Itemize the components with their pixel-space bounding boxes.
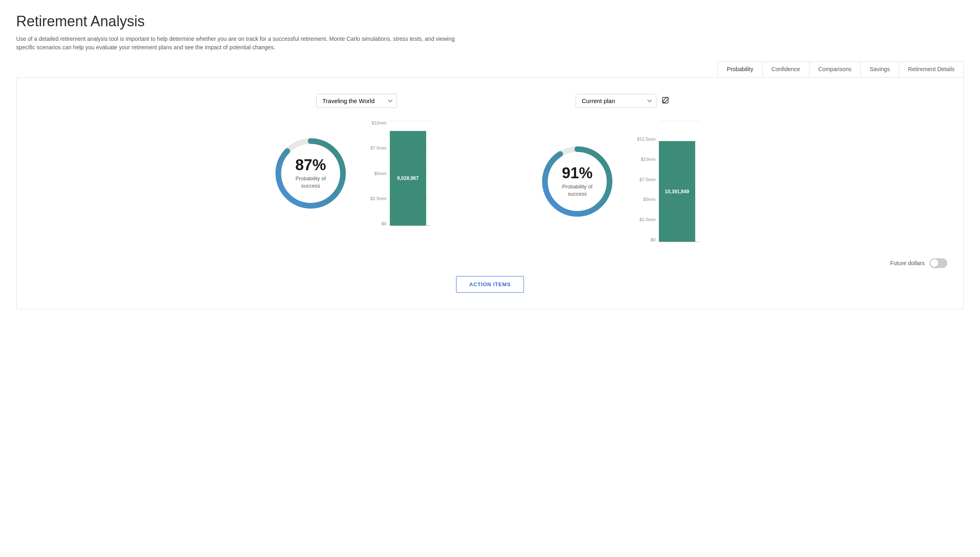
- left-bar-chart: $10mm $7.5mm $5mm $2.5mm $0: [370, 121, 443, 226]
- right-panel-visuals: 91% Probability ofsuccess $12.5mm $10mm …: [537, 121, 710, 242]
- left-bar-chart-inner: $10mm $7.5mm $5mm $2.5mm $0: [370, 121, 443, 226]
- right-y-label-3: $7.5mm: [637, 177, 656, 182]
- right-y-label-2: $5mm: [637, 197, 656, 202]
- left-y-label-0: $0: [370, 222, 387, 226]
- tab-retirement-details[interactable]: Retirement Details: [899, 61, 964, 77]
- right-panel: Current plan Traveling the World Custom: [506, 94, 740, 242]
- left-y-axis: $10mm $7.5mm $5mm $2.5mm $0: [370, 121, 387, 226]
- left-grid-1: [390, 121, 430, 121]
- left-donut-chart: 87% Probability ofsuccess: [270, 133, 351, 214]
- left-donut-center: 87% Probability ofsuccess: [295, 157, 326, 190]
- right-bar: 10,391,849: [659, 141, 695, 242]
- left-y-label-1: $2.5mm: [370, 196, 387, 201]
- future-dollars-row: Future dollars: [890, 258, 947, 268]
- edit-icon[interactable]: [661, 96, 671, 106]
- future-dollars-toggle[interactable]: [930, 258, 947, 268]
- action-items-button[interactable]: ACTION ITEMS: [456, 276, 524, 293]
- right-donut-center: 91% Probability ofsuccess: [562, 165, 593, 198]
- right-bar-chart: $12.5mm $10mm $7.5mm $5mm $2.5mm $0: [637, 121, 710, 242]
- tab-probability[interactable]: Probability: [717, 61, 762, 77]
- right-y-label-4: $10mm: [637, 157, 656, 162]
- right-grid-1: [659, 121, 699, 121]
- left-panel-header: Traveling the World Current plan Custom: [316, 94, 397, 108]
- right-donut-chart: 91% Probability ofsuccess: [537, 141, 618, 222]
- page-description: Use of a detailed retirement analysis to…: [16, 35, 461, 52]
- left-panel-visuals: 87% Probability ofsuccess $10mm $7.5mm $…: [270, 121, 443, 226]
- left-y-label-4: $10mm: [370, 121, 387, 125]
- bottom-section: Future dollars ACTION ITEMS: [33, 258, 947, 293]
- main-content: Traveling the World Current plan Custom: [16, 78, 964, 309]
- tabs-container: Probability Confidence Comparisons Savin…: [16, 61, 964, 78]
- left-bar-value: 9,028,967: [397, 175, 418, 181]
- right-y-label-1: $2.5mm: [637, 217, 656, 222]
- tab-savings[interactable]: Savings: [860, 61, 899, 77]
- right-y-label-0: $0: [637, 238, 656, 242]
- future-dollars-label: Future dollars: [890, 260, 925, 266]
- left-y-label-2: $5mm: [370, 171, 387, 176]
- right-panel-header: Current plan Traveling the World Custom: [576, 94, 671, 108]
- left-scenario-dropdown[interactable]: Traveling the World Current plan Custom: [316, 94, 397, 108]
- page-title: Retirement Analysis: [16, 13, 964, 30]
- tab-comparisons[interactable]: Comparisons: [809, 61, 861, 77]
- right-scenario-dropdown[interactable]: Current plan Traveling the World Custom: [576, 94, 656, 108]
- right-bar-value: 10,391,849: [665, 189, 689, 194]
- right-y-axis: $12.5mm $10mm $7.5mm $5mm $2.5mm $0: [637, 137, 656, 242]
- toggle-knob: [930, 259, 938, 267]
- left-bar-area: 9,028,967: [390, 121, 430, 226]
- left-donut-label: Probability ofsuccess: [295, 175, 326, 190]
- right-donut-percent: 91%: [562, 165, 593, 181]
- right-donut-label: Probability ofsuccess: [562, 183, 593, 198]
- left-y-label-3: $7.5mm: [370, 146, 387, 150]
- panels-row: Traveling the World Current plan Custom: [33, 94, 947, 242]
- left-donut-percent: 87%: [295, 157, 326, 173]
- left-bar: 9,028,967: [390, 131, 426, 226]
- right-bar-chart-inner: $12.5mm $10mm $7.5mm $5mm $2.5mm $0: [637, 121, 710, 242]
- left-panel: Traveling the World Current plan Custom: [240, 94, 474, 242]
- right-y-label-5: $12.5mm: [637, 137, 656, 141]
- right-bar-area: 10,391,849: [659, 121, 699, 242]
- tab-confidence[interactable]: Confidence: [762, 61, 810, 77]
